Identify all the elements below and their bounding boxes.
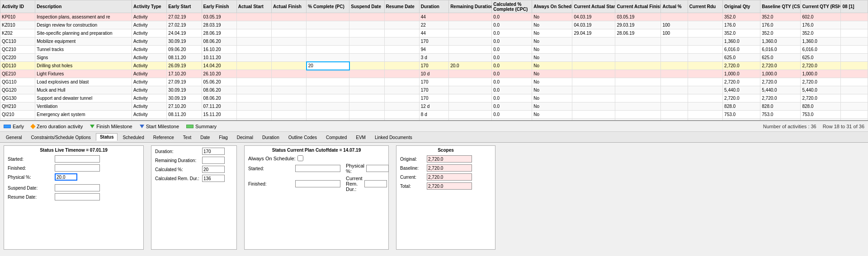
cell-current_rdu bbox=[688, 78, 722, 86]
always-on-schedule-checkbox[interactable] bbox=[297, 155, 303, 161]
cell-actual_start bbox=[236, 62, 271, 70]
cell-actual_pct bbox=[661, 62, 688, 70]
table-row[interactable]: QE210Light FixturesActivity17.10.2026.10… bbox=[0, 70, 868, 78]
cp-current-rem-dur-input[interactable] bbox=[364, 180, 387, 187]
table-row[interactable]: QC110Mobilize equipmentActivity30.09.190… bbox=[0, 37, 868, 46]
current-scope-input[interactable] bbox=[427, 173, 472, 181]
cell-current_qty: 753.0 bbox=[801, 111, 841, 119]
cell-original_qty: 176.0 bbox=[723, 21, 760, 29]
duration-input[interactable] bbox=[202, 148, 225, 155]
tab-duration[interactable]: Duration bbox=[258, 134, 283, 141]
tab-reference[interactable]: Reference bbox=[149, 134, 178, 141]
table-row[interactable]: KZ02Site-specific planning and preparati… bbox=[0, 29, 868, 37]
cell-calc_pct: 0.0 bbox=[492, 13, 532, 21]
baseline-scope-input[interactable] bbox=[427, 164, 472, 172]
calculated-pct-input[interactable] bbox=[202, 166, 225, 173]
cp-started-input[interactable] bbox=[295, 165, 340, 172]
resume-date-row: Resume Date: bbox=[8, 193, 140, 200]
cell-early_finish: 08.06.20 bbox=[202, 37, 236, 46]
tab-decimal[interactable]: Decimal bbox=[233, 134, 257, 141]
cell-actual_start bbox=[236, 86, 271, 94]
cell-pct_complete bbox=[307, 102, 349, 111]
cell-early_start: 27.10.20 bbox=[167, 102, 202, 111]
cp-finished-input[interactable] bbox=[295, 180, 340, 187]
cell-activity_type: Activity bbox=[132, 62, 167, 70]
table-row[interactable]: QH210VentilationActivity27.10.2007.11.20… bbox=[0, 102, 868, 111]
tab-general[interactable]: General bbox=[2, 134, 26, 141]
cell-current_qty: 2,720.0 bbox=[801, 78, 841, 86]
cell-calc_pct: 0.0 bbox=[492, 78, 532, 86]
cell-resume_date bbox=[384, 13, 419, 21]
cell-remaining_duration bbox=[449, 111, 492, 119]
current-scope-label: Current: bbox=[400, 175, 425, 180]
cell-current_rdu bbox=[688, 94, 722, 102]
physical-pct-input[interactable] bbox=[55, 173, 77, 181]
tab-flag[interactable]: Flag bbox=[215, 134, 231, 141]
scopes-section: Scopes Original: Baseline: Current: Tota… bbox=[396, 145, 495, 250]
cell-curr_actual_start bbox=[572, 37, 615, 46]
table-row[interactable]: QC220SignsActivity08.11.2010.11.203 d0.0… bbox=[0, 54, 868, 62]
cell-actual_finish bbox=[272, 21, 307, 29]
cell-activity_id: QC210 bbox=[0, 46, 35, 54]
cell-always_on: No bbox=[532, 86, 572, 94]
cell-curr_actual_start: 29.04.19 bbox=[572, 29, 615, 37]
cell-early_finish: 16.10.20 bbox=[202, 46, 236, 54]
suspend-date-input[interactable] bbox=[55, 184, 100, 191]
cell-resume_date bbox=[384, 21, 419, 29]
total-scope-input[interactable] bbox=[427, 182, 472, 190]
cell-actual_pct bbox=[661, 37, 688, 46]
original-scope-input[interactable] bbox=[427, 155, 472, 163]
cell-curr_actual_finish bbox=[615, 70, 661, 78]
cell-pct_complete bbox=[307, 86, 349, 94]
table-row[interactable]: KZ010Design review for constructionActiv… bbox=[0, 21, 868, 29]
cell-current_rdu bbox=[688, 37, 722, 46]
legend-zero-duration-label: Zero duration activity bbox=[37, 124, 83, 129]
table-row[interactable]: QD110Drilling shot holesActivity26.09.19… bbox=[0, 62, 868, 70]
remaining-duration-input[interactable] bbox=[202, 157, 225, 164]
calculated-rem-dur-input[interactable] bbox=[202, 175, 225, 182]
cell-early_finish: 05.06.20 bbox=[202, 78, 236, 86]
cell-actual_start bbox=[236, 21, 271, 29]
cell-always_on: No bbox=[532, 78, 572, 86]
tab-linked-documents[interactable]: Linked Documents bbox=[371, 134, 416, 141]
cell-current_qty: 176.0 bbox=[801, 21, 841, 29]
cell-always_on: No bbox=[532, 94, 572, 102]
cell-current_qty: 1,360.0 bbox=[801, 37, 841, 46]
cell-duration: 170 bbox=[419, 86, 448, 94]
cell-activity_id: QE210 bbox=[0, 70, 35, 78]
table-row[interactable]: KP010Inspection plans, assessment and re… bbox=[0, 13, 868, 21]
cell-curr_actual_start bbox=[572, 94, 615, 102]
col-header-actual-pct: Actual % bbox=[661, 0, 688, 13]
table-row[interactable]: QI210Emergency alert systemActivity08.11… bbox=[0, 111, 868, 119]
table-row[interactable]: QG120Muck and HullActivity30.09.1908.06.… bbox=[0, 86, 868, 94]
tab-evm[interactable]: EVM bbox=[352, 134, 370, 141]
cell-early_finish: 26.10.20 bbox=[202, 70, 236, 78]
table-row[interactable]: QG110Load explosives and blastActivity27… bbox=[0, 78, 868, 86]
tab-status[interactable]: Status bbox=[96, 133, 118, 141]
cell-actual_finish bbox=[272, 94, 307, 102]
cell-col08 bbox=[841, 29, 868, 37]
cell-col08 bbox=[841, 37, 868, 46]
cp-physical-pct-input[interactable] bbox=[366, 165, 389, 172]
tab-constraints/schedule-options[interactable]: Constraints/Schedule Options bbox=[27, 134, 95, 141]
tab-outline-codes[interactable]: Outline Codes bbox=[284, 134, 321, 141]
cell-resume_date bbox=[384, 102, 419, 111]
cell-col08 bbox=[841, 78, 868, 86]
tab-scheduled[interactable]: Scheduled bbox=[118, 134, 148, 141]
started-input[interactable] bbox=[55, 155, 100, 163]
cell-pct_complete[interactable]: 20 bbox=[307, 62, 349, 70]
table-row[interactable]: QG130Support and dewater tunnelActivity3… bbox=[0, 94, 868, 102]
finish-milestone-icon bbox=[90, 125, 94, 128]
cell-col08 bbox=[841, 70, 868, 78]
tab-text[interactable]: Text bbox=[179, 134, 195, 141]
tab-computed[interactable]: Computed bbox=[322, 134, 351, 141]
cell-description: Light Fixtures bbox=[35, 70, 132, 78]
tab-date[interactable]: Date bbox=[196, 134, 214, 141]
finished-input[interactable] bbox=[55, 164, 100, 172]
cell-calc_pct: 0.0 bbox=[492, 86, 532, 94]
cell-calc_pct: 0.0 bbox=[492, 37, 532, 46]
cell-suspend_date bbox=[349, 86, 384, 94]
remaining-duration-row: Remaining Duration: bbox=[155, 157, 233, 164]
resume-date-input[interactable] bbox=[55, 193, 100, 200]
table-row[interactable]: QC210Tunnel tracksActivity09.06.2016.10.… bbox=[0, 46, 868, 54]
